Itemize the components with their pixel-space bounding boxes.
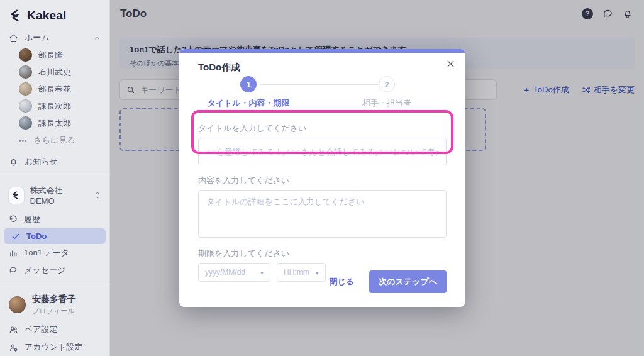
step-1-label: タイトル・内容・期限 <box>201 97 296 109</box>
company-name: 株式会社DEMO <box>30 185 82 206</box>
brand-name: Kakeai <box>27 9 66 23</box>
sidebar-item-label: ホーム <box>25 32 50 43</box>
user-name: 部長隆 <box>38 50 63 61</box>
date-select-value: yyyy/MM/dd <box>205 268 254 277</box>
sidebar-item-notifications[interactable]: お知らせ <box>0 153 109 170</box>
menu-label: メッセージ <box>24 265 65 276</box>
settings-label: アカウント設定 <box>25 342 83 353</box>
stepper: 1 タイトル・内容・期限 2 相手・担当者 <box>198 76 447 109</box>
sidebar-user-item[interactable]: 課長次郎 <box>0 97 109 114</box>
sidebar-user-item[interactable]: 課長太郎 <box>0 114 109 131</box>
step-2-dot: 2 <box>379 76 395 92</box>
sidebar-item-home[interactable]: ホーム <box>0 29 109 47</box>
title-field-label: タイトルを入力してください <box>198 123 447 134</box>
modal-footer: 閉じる 次のステップへ <box>330 270 447 293</box>
menu-label: 1on1 データ <box>24 247 69 259</box>
avatar <box>9 296 26 313</box>
divider <box>0 175 109 175</box>
sidebar-item-todo[interactable]: ToDo <box>4 228 106 244</box>
user-name: 石川武史 <box>38 67 71 78</box>
avatar <box>19 116 32 130</box>
profile-sub-label: プロフィール <box>32 306 76 316</box>
chat-bubble-icon <box>9 266 18 275</box>
user-name: 課長次郎 <box>38 101 71 112</box>
sidebar-show-more[interactable]: ••• さらに見る <box>0 131 109 149</box>
sidebar-item-1on1-data[interactable]: 1on1 データ <box>0 244 109 262</box>
time-select-value: HH:mm <box>284 268 309 277</box>
app-logo[interactable]: Kakeai <box>0 0 109 29</box>
chevron-up-icon[interactable] <box>94 35 101 42</box>
profile-entry[interactable]: 安藤多香子 プロフィール <box>0 289 109 321</box>
caret-down-icon: ▾ <box>260 269 264 276</box>
sidebar-user-item[interactable]: 石川武史 <box>0 64 109 81</box>
close-icon[interactable] <box>446 59 455 71</box>
notifications-label: お知らせ <box>25 156 58 167</box>
user-name: 部長春花 <box>38 84 71 95</box>
settings-label: ペア設定 <box>25 324 58 335</box>
avatar <box>19 65 32 79</box>
sidebar-item-account-settings[interactable]: アカウント設定 <box>0 338 109 356</box>
next-step-button[interactable]: 次のステップへ <box>369 270 447 293</box>
user-name: 課長太郎 <box>38 118 71 129</box>
bar-chart-icon <box>9 248 18 257</box>
sidebar-user-item[interactable]: 部長隆 <box>0 47 109 64</box>
menu-label: 履歴 <box>24 214 40 225</box>
bell-icon <box>9 157 18 167</box>
step-1: 1 タイトル・内容・期限 <box>201 76 296 109</box>
title-input[interactable] <box>198 138 447 165</box>
content-textarea[interactable] <box>198 190 447 238</box>
divider <box>0 284 109 284</box>
ellipsis-icon: ••• <box>19 137 28 144</box>
caret-down-icon: ▾ <box>316 269 319 276</box>
step-2-label: 相手・担当者 <box>340 97 434 109</box>
show-more-label: さらに見る <box>34 135 75 146</box>
modal-title: ToDo作成 <box>198 62 465 74</box>
sidebar-item-messages[interactable]: メッセージ <box>0 262 109 279</box>
check-icon <box>11 232 20 241</box>
people-icon <box>9 325 18 335</box>
date-select[interactable]: yyyy/MM/dd ▾ <box>198 263 270 282</box>
step-2: 2 相手・担当者 <box>340 76 434 109</box>
sidebar-user-item[interactable]: 部長春花 <box>0 81 109 97</box>
kakeai-mark-icon <box>9 9 23 23</box>
step-1-dot: 1 <box>240 76 257 92</box>
menu-label: ToDo <box>26 231 47 241</box>
modal-accent-bar <box>179 49 465 53</box>
home-icon <box>9 33 18 43</box>
content-field-group: 内容を入力してください <box>198 175 447 240</box>
history-icon <box>9 215 18 224</box>
content-field-label: 内容を入力してください <box>198 175 447 186</box>
person-gear-icon <box>9 343 18 352</box>
title-field-group: タイトルを入力してください <box>198 123 447 165</box>
chevron-updown-icon <box>94 191 101 199</box>
avatar <box>19 82 32 96</box>
avatar <box>19 48 32 62</box>
todo-create-modal: ToDo作成 1 タイトル・内容・期限 2 相手・担当者 タイトルを入力してくだ… <box>179 49 465 307</box>
sidebar-item-pair-settings[interactable]: ペア設定 <box>0 321 109 338</box>
deadline-field-label: 期限を入力してください <box>198 248 447 259</box>
company-logo <box>9 187 24 204</box>
kakeai-mark-icon <box>11 191 21 200</box>
sidebar: Kakeai ホーム 部長隆 石川武史 部長春花 課長次郎 課長太郎 ••• さ… <box>0 0 110 356</box>
close-button[interactable]: 閉じる <box>330 276 355 287</box>
profile-name: 安藤多香子 <box>32 294 76 305</box>
avatar <box>19 99 32 113</box>
time-select[interactable]: HH:mm ▾ <box>277 263 326 282</box>
sidebar-item-history[interactable]: 履歴 <box>0 211 109 228</box>
company-switcher[interactable]: 株式会社DEMO <box>0 180 109 211</box>
